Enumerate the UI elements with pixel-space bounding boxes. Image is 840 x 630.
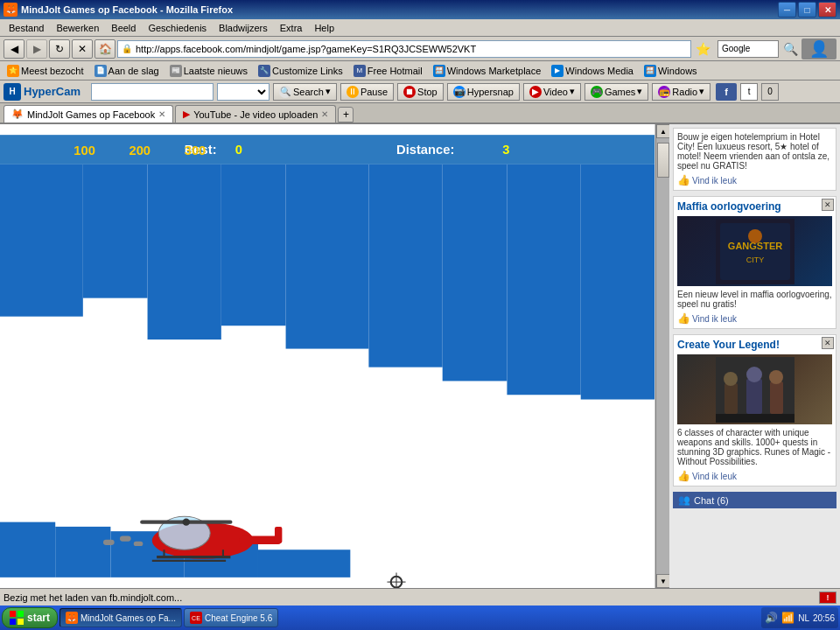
legend-ad-title: Create Your Legend! — [677, 339, 832, 351]
hypercam-dropdown[interactable] — [217, 83, 270, 101]
bookmark-laatste-nieuws[interactable]: 📰 Laatste nieuws — [166, 64, 251, 78]
stop-button[interactable]: ✕ — [72, 39, 93, 59]
windows-logo-icon — [10, 611, 24, 625]
social-button1[interactable]: t — [740, 83, 758, 101]
svg-rect-15 — [443, 164, 508, 382]
scroll-down-arrow[interactable]: ▼ — [656, 574, 670, 588]
facebook-button[interactable]: f — [716, 83, 737, 101]
radio-button[interactable]: 📻 Radio ▾ — [652, 83, 710, 101]
bookmark-windows[interactable]: 🪟 Windows — [640, 64, 701, 78]
svg-rect-36 — [134, 542, 144, 546]
back-button[interactable]: ◀ — [4, 39, 24, 59]
taskbar-firefox-btn[interactable]: 🦊 MindJolt Games op Fa... — [60, 608, 182, 627]
start-label: start — [27, 612, 50, 624]
add-tab-button[interactable]: + — [338, 107, 354, 122]
tab-youtube-label: YouTube - Je video uploaden — [193, 109, 318, 120]
legend-image — [716, 357, 794, 423]
pause-icon: ⏸ — [346, 86, 359, 98]
tab-mindjolt[interactable]: 🦊 MindJolt Games op Facebook ✕ — [4, 105, 173, 122]
avatar: 👤 — [802, 38, 836, 60]
taskbar-cheat-btn[interactable]: CE Cheat Engine 5.6 — [184, 608, 278, 627]
maffia-ad: ✕ Maffia oorlogvoering GANGSTER CITY Een… — [673, 196, 836, 329]
svg-rect-9 — [0, 164, 83, 317]
scroll-up-arrow[interactable]: ▲ — [656, 124, 670, 138]
main-scrollbar[interactable]: ▲ ▼ — [655, 124, 669, 588]
svg-rect-53 — [10, 611, 16, 617]
scroll-thumb[interactable] — [657, 143, 669, 178]
svg-rect-46 — [724, 383, 738, 414]
games-icon: 🎮 — [591, 86, 603, 98]
video-button[interactable]: ▶ Video ▾ — [523, 83, 581, 101]
hypersnap-button[interactable]: 📷 Hypersnap — [447, 83, 520, 101]
search-button[interactable]: 🔍 Search ▾ — [273, 83, 337, 101]
gangster-logo: GANGSTER CITY — [716, 219, 794, 284]
refresh-button[interactable]: ↻ — [49, 39, 70, 59]
menu-help[interactable]: Help — [309, 21, 340, 35]
start-button[interactable]: start — [2, 607, 58, 628]
stop-button[interactable]: ⏹ Stop — [397, 83, 444, 101]
bookmark-marketplace[interactable]: 🪟 Windows Marketplace — [430, 64, 545, 78]
rss-icon[interactable]: ⭐ — [693, 39, 712, 59]
hotel-like-button[interactable]: 👍 Vind ik leuk — [677, 174, 832, 186]
bookmark-customize[interactable]: 🔧 Customize Links — [255, 64, 346, 78]
maffia-ad-text: Een nieuw level in maffia oorlogvoering,… — [677, 290, 832, 309]
menu-bladwijzers[interactable]: Bladwijzers — [214, 21, 273, 35]
address-input[interactable] — [136, 44, 687, 54]
maximize-button[interactable]: □ — [798, 2, 816, 18]
home-button[interactable]: 🏠 — [94, 39, 116, 59]
tab-youtube-close[interactable]: ✕ — [321, 109, 328, 119]
svg-rect-14 — [368, 164, 442, 368]
taskbar: start 🦊 MindJolt Games op Fa... CE Cheat… — [0, 606, 840, 630]
search-go-button[interactable]: 🔍 — [780, 39, 800, 59]
svg-text:0: 0 — [235, 143, 242, 157]
menu-geschiedenis[interactable]: Geschiedenis — [143, 21, 212, 35]
counter-area: 0 — [761, 83, 779, 101]
legend-like-button[interactable]: 👍 Vind ik leuk — [677, 470, 832, 482]
svg-point-29 — [183, 518, 190, 525]
svg-point-47 — [724, 372, 738, 386]
hypercam-brand-icon: H — [4, 83, 21, 101]
close-button[interactable]: ✕ — [818, 2, 836, 18]
svg-rect-52 — [716, 414, 794, 423]
menu-beeld[interactable]: Beeld — [106, 21, 141, 35]
legend-ad-close[interactable]: ✕ — [822, 337, 834, 349]
svg-text:100: 100 — [74, 144, 95, 158]
tab-mindjolt-close[interactable]: ✕ — [158, 109, 165, 119]
legend-thumb-icon: 👍 — [677, 470, 690, 482]
hypercam-brand-label: HyperCam — [24, 85, 80, 98]
forward-button[interactable]: ▶ — [26, 39, 47, 59]
address-bar[interactable]: 🔒 — [117, 40, 691, 58]
bookmark-aan-de-slag[interactable]: 📄 Aan de slag — [91, 64, 163, 78]
svg-rect-56 — [18, 619, 24, 625]
menu-bestand[interactable]: Bestand — [4, 21, 49, 35]
hypercam-logo: H HyperCam — [4, 83, 80, 101]
tab-youtube[interactable]: ▶ YouTube - Je video uploaden ✕ — [175, 105, 336, 122]
bookmarks-bar: ⭐ Meest bezocht 📄 Aan de slag 📰 Laatste … — [0, 61, 840, 80]
maffia-ad-close[interactable]: ✕ — [822, 199, 834, 211]
minimize-button[interactable]: ─ — [778, 2, 796, 18]
stop-icon: ⏹ — [403, 86, 416, 98]
right-sidebar: Bouw je eigen hotelemprium in Hotel City… — [669, 124, 840, 588]
bookmark-meest-bezocht[interactable]: ⭐ Meest bezocht — [4, 64, 88, 78]
svg-point-51 — [769, 370, 783, 384]
game-area[interactable]: Best: 0 Distance: 3 100 200 300 — [0, 124, 655, 588]
legend-ad: ✕ Create Your Legend! 6 classes of chara… — [673, 334, 836, 486]
bookmark-hotmail[interactable]: M Free Hotmail — [350, 64, 426, 78]
games-button[interactable]: 🎮 Games ▾ — [584, 83, 648, 101]
svg-rect-34 — [120, 536, 131, 541]
game-canvas: Best: 0 Distance: 3 100 200 300 — [0, 124, 654, 588]
svg-rect-1 — [0, 135, 654, 164]
search-icon: 🔍 — [279, 86, 291, 98]
marketplace-icon: 🪟 — [433, 65, 445, 77]
bookmark-media[interactable]: ▶ Windows Media — [548, 64, 637, 78]
menu-extra[interactable]: Extra — [275, 21, 308, 35]
hypercam-input[interactable] — [91, 83, 214, 101]
svg-rect-12 — [221, 164, 286, 326]
chat-label: Chat (6) — [694, 495, 729, 506]
svg-rect-10 — [83, 164, 148, 298]
maffia-like-button[interactable]: 👍 Vind ik leuk — [677, 312, 832, 325]
chat-bar[interactable]: 👥 Chat (6) — [673, 492, 836, 508]
pause-button[interactable]: ⏸ Pause — [340, 83, 394, 101]
menu-bewerken[interactable]: Bewerken — [51, 21, 104, 35]
google-search-box[interactable]: Google — [718, 40, 779, 58]
